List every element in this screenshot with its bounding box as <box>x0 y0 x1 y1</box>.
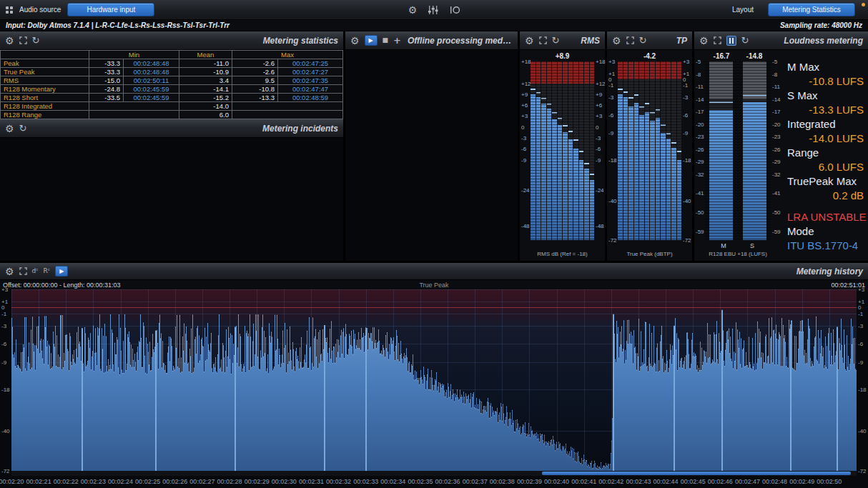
history-tick-label: -72 <box>1 468 10 474</box>
refresh-icon[interactable]: ↻ <box>741 36 749 45</box>
meter-zone <box>547 61 552 84</box>
meter-footer: RMS dB (Ref = -18) <box>520 240 605 261</box>
refresh-icon[interactable]: ↻ <box>32 36 40 45</box>
stat-min-time: 00:02:45:59 <box>124 94 179 102</box>
menu-grid-icon[interactable] <box>6 6 13 14</box>
meter-tick-label: -14 <box>696 96 704 102</box>
meter-channel <box>563 61 568 240</box>
hardware-input-button[interactable]: Hardware input <box>67 3 154 16</box>
meter-bars <box>531 61 594 240</box>
expand-icon[interactable] <box>19 267 27 275</box>
stat-max-time: 00:02:47:27 <box>278 68 343 76</box>
stats-row: Peak-33.300:02:48:48-11.0-2.600:02:47:25 <box>1 59 343 68</box>
play-button[interactable]: ▶ <box>365 35 378 46</box>
channel-labels: MS <box>694 242 781 249</box>
sampling-rate-label: Sampling rate: 48000 Hz <box>780 21 862 29</box>
expand-icon[interactable] <box>19 36 27 44</box>
history-time-label: 00:02:34 <box>380 478 405 485</box>
history-time-label: 00:02:28 <box>217 478 242 485</box>
meter-tick-label: -23 <box>696 134 704 140</box>
meter-peak-hold <box>547 104 552 105</box>
sliders-icon[interactable] <box>428 6 438 14</box>
meter-zone <box>650 61 655 79</box>
meter-channel <box>650 61 655 240</box>
gear-icon[interactable]: ⚙ <box>5 36 14 46</box>
meter-tick-label: -18 <box>608 156 617 163</box>
stat-max-time: 00:02:47:25 <box>278 59 343 68</box>
meter-bar <box>650 121 655 240</box>
refresh-icon[interactable]: ↻ <box>552 36 560 45</box>
meter-tick-label: -6 <box>596 146 601 152</box>
meter-bar <box>547 109 552 240</box>
meter-tick-label: +6 <box>521 102 528 109</box>
stop-icon[interactable]: ■ <box>383 37 389 44</box>
gear-icon[interactable]: ⚙ <box>350 36 360 46</box>
meter-bars <box>705 61 771 240</box>
meter-tick-label: -3 <box>596 134 601 141</box>
refresh-icon[interactable]: ↻ <box>639 36 647 45</box>
input-format-label: Input: Dolby Atmos 7.1.4 | L-R-C-Lfe-Ls-… <box>6 21 230 29</box>
history-play-button[interactable]: ▶ <box>55 266 68 277</box>
gear-icon[interactable]: ⚙ <box>699 36 709 46</box>
meter-channel <box>547 61 552 240</box>
meter-tick-label: -48 <box>521 223 530 229</box>
history-time-label: 00:02:48 <box>762 478 787 485</box>
layout-button[interactable]: Layout <box>726 4 759 16</box>
gear-icon[interactable]: ⚙ <box>612 36 621 46</box>
pause-button[interactable] <box>726 36 736 46</box>
readout-label: Range <box>787 146 864 160</box>
meter-bar <box>634 103 639 240</box>
meter-channel <box>531 61 536 240</box>
meter-bar <box>628 106 633 241</box>
meter-tick-label: -26 <box>696 146 704 152</box>
loudness-meter: -5-8-11-14-17-20-23-26-29-32-41-50-59-5-… <box>694 61 781 240</box>
history-time-label: 00:02:45 <box>681 478 706 485</box>
meter-footer: True Peak (dBTP) <box>607 240 692 261</box>
stat-min-time: 00:02:50:11 <box>124 76 179 85</box>
metering-statistics-button[interactable]: Metering Statistics <box>768 3 855 16</box>
topbar-right: Layout Metering Statistics <box>726 3 862 16</box>
meter-tick-label: -6 <box>608 112 613 119</box>
meter-zone <box>661 61 666 79</box>
meter-tick-label: -5 <box>696 59 701 65</box>
stats-header-row: Min Mean Max <box>1 51 343 59</box>
add-media-icon[interactable]: + <box>393 36 401 45</box>
meter-tick-label: -41 <box>696 190 704 196</box>
meter-value: -14.8 <box>738 52 771 60</box>
history-time-label: 00:02:32 <box>326 478 351 485</box>
topbar-center: ⚙ <box>408 5 460 15</box>
gear-icon[interactable]: ⚙ <box>5 124 14 134</box>
meter-value-row: -16.7-14.8 <box>694 50 781 61</box>
meter-tick-label: +9 <box>521 91 528 97</box>
meter-tick-label: -11 <box>772 84 780 90</box>
meter-tick-label: -9 <box>608 130 613 136</box>
history-tick-label: -6 <box>858 341 863 347</box>
meter-bar <box>656 118 661 240</box>
meter-peak-hold <box>584 163 589 164</box>
history-scrollbar[interactable] <box>11 471 857 476</box>
history-tick-label: -18 <box>1 386 10 392</box>
history-tick-label: -9 <box>858 359 863 365</box>
cursor-d-icon[interactable]: dᶜ <box>32 268 39 274</box>
expand-icon[interactable] <box>626 36 634 44</box>
readout-label: S Max <box>787 89 864 103</box>
cursor-r-icon[interactable]: Rᶜ <box>44 268 51 274</box>
meter-footer-label: True Peak (dBTP) <box>607 251 692 257</box>
meter-channel <box>541 61 546 240</box>
meter-bar <box>573 149 578 240</box>
history-plot[interactable] <box>11 289 857 471</box>
gear-icon[interactable]: ⚙ <box>525 36 534 46</box>
meter-bar <box>666 139 671 240</box>
panel-title: TP <box>676 36 687 46</box>
meter-channel <box>628 61 633 240</box>
expand-icon[interactable] <box>539 36 547 44</box>
settings-gear-icon[interactable]: ⚙ <box>408 5 418 15</box>
io-icon[interactable] <box>448 6 460 14</box>
history-tick-label: -3 <box>1 322 6 329</box>
scrollbar-thumb[interactable] <box>542 472 850 475</box>
gear-icon[interactable]: ⚙ <box>5 267 14 277</box>
expand-icon[interactable] <box>714 36 721 44</box>
refresh-icon[interactable]: ↻ <box>19 124 27 133</box>
meter-zone <box>671 61 676 79</box>
meter-tick-label: -50 <box>772 209 781 215</box>
